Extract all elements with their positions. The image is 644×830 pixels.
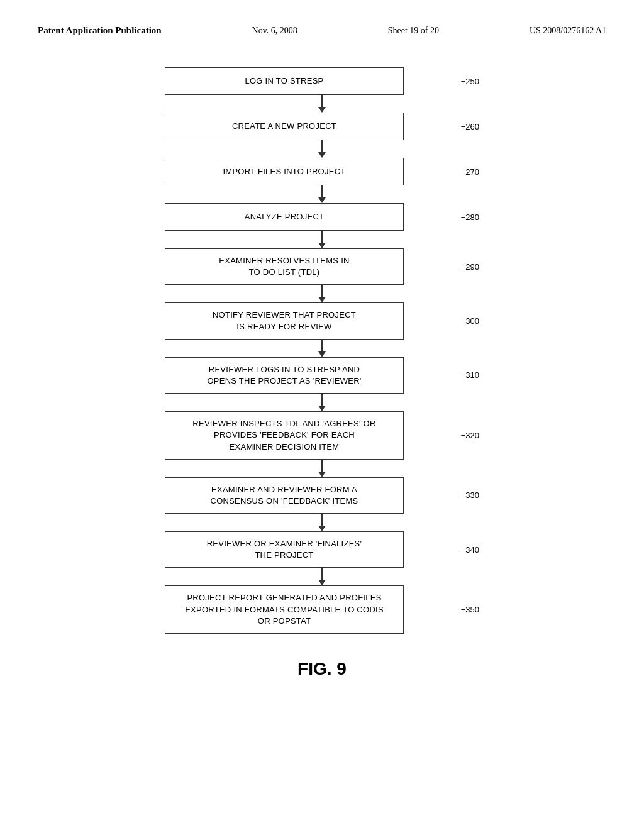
- step-label-270: −270: [461, 167, 479, 177]
- step-row-340: REVIEWER OR EXAMINER 'FINALIZES' THE PRO…: [165, 531, 479, 568]
- arrow-330: [203, 514, 441, 531]
- step-label-250: −250: [461, 77, 479, 86]
- arrow-head: [318, 526, 326, 531]
- arrow-340: [203, 568, 441, 585]
- arrow-280: [203, 231, 441, 248]
- arrow-head: [318, 351, 326, 357]
- step-label-260: −260: [461, 122, 479, 131]
- step-box-250: LOG IN TO STRESP: [165, 67, 404, 95]
- arrow-line: [321, 185, 323, 197]
- step-box-300: NOTIFY REVIEWER THAT PROJECT IS READY FO…: [165, 302, 404, 339]
- arrow-line: [321, 394, 323, 406]
- arrow-270: [203, 185, 441, 203]
- step-label-300: −300: [461, 316, 479, 326]
- arrow-head: [318, 197, 326, 203]
- arrow-line: [321, 460, 323, 472]
- arrow-250: [203, 95, 441, 113]
- step-box-290: EXAMINER RESOLVES ITEMS IN TO DO LIST (T…: [165, 248, 404, 285]
- step-row-330: EXAMINER AND REVIEWER FORM A CONSENSUS O…: [165, 477, 479, 514]
- step-box-260: CREATE A NEW PROJECT: [165, 113, 404, 140]
- step-label-350: −350: [461, 605, 479, 614]
- step-box-310: REVIEWER LOGS IN TO STRESP AND OPENS THE…: [165, 357, 404, 394]
- arrow-line: [321, 95, 323, 107]
- step-box-340: REVIEWER OR EXAMINER 'FINALIZES' THE PRO…: [165, 531, 404, 568]
- arrow-line: [321, 285, 323, 297]
- arrow-310: [203, 394, 441, 411]
- step-label-340: −340: [461, 545, 479, 555]
- figure-caption: FIG. 9: [38, 659, 606, 679]
- step-row-250: LOG IN TO STRESP−250: [165, 67, 479, 95]
- step-row-300: NOTIFY REVIEWER THAT PROJECT IS READY FO…: [165, 302, 479, 339]
- step-row-280: ANALYZE PROJECT−280: [165, 203, 479, 231]
- step-label-310: −310: [461, 370, 479, 380]
- step-label-290: −290: [461, 262, 479, 272]
- flow-diagram: LOG IN TO STRESP−250CREATE A NEW PROJECT…: [38, 67, 606, 634]
- arrow-head: [318, 580, 326, 585]
- step-row-320: REVIEWER INSPECTS TDL AND 'AGREES' OR PR…: [165, 411, 479, 460]
- step-box-330: EXAMINER AND REVIEWER FORM A CONSENSUS O…: [165, 477, 404, 514]
- arrow-line: [321, 140, 323, 152]
- step-row-310: REVIEWER LOGS IN TO STRESP AND OPENS THE…: [165, 357, 479, 394]
- flow-wrapper: LOG IN TO STRESP−250CREATE A NEW PROJECT…: [165, 67, 479, 634]
- page: Patent Application Publication Nov. 6, 2…: [0, 0, 644, 830]
- arrow-260: [203, 140, 441, 158]
- arrow-line: [321, 514, 323, 526]
- arrow-head: [318, 152, 326, 158]
- publication-title: Patent Application Publication: [38, 25, 162, 36]
- arrow-head: [318, 107, 326, 113]
- step-row-290: EXAMINER RESOLVES ITEMS IN TO DO LIST (T…: [165, 248, 479, 285]
- arrow-line: [321, 568, 323, 580]
- arrow-300: [203, 340, 441, 357]
- arrow-head: [318, 243, 326, 248]
- arrow-320: [203, 460, 441, 477]
- step-box-280: ANALYZE PROJECT: [165, 203, 404, 231]
- arrow-head: [318, 297, 326, 302]
- step-box-270: IMPORT FILES INTO PROJECT: [165, 158, 404, 185]
- step-row-260: CREATE A NEW PROJECT−260: [165, 113, 479, 140]
- arrow-line: [321, 231, 323, 243]
- arrow-head: [318, 406, 326, 411]
- step-label-280: −280: [461, 213, 479, 222]
- arrow-head: [318, 472, 326, 477]
- publication-number: US 2008/0276162 A1: [530, 26, 606, 36]
- step-row-350: PROJECT REPORT GENERATED AND PROFILES EX…: [165, 585, 479, 634]
- publication-date: Nov. 6, 2008: [252, 26, 297, 36]
- arrow-290: [203, 285, 441, 302]
- step-label-330: −330: [461, 490, 479, 500]
- page-header: Patent Application Publication Nov. 6, 2…: [38, 25, 606, 36]
- step-box-350: PROJECT REPORT GENERATED AND PROFILES EX…: [165, 585, 404, 634]
- step-row-270: IMPORT FILES INTO PROJECT−270: [165, 158, 479, 185]
- step-label-320: −320: [461, 431, 479, 440]
- step-box-320: REVIEWER INSPECTS TDL AND 'AGREES' OR PR…: [165, 411, 404, 460]
- sheet-info: Sheet 19 of 20: [388, 26, 439, 36]
- arrow-line: [321, 340, 323, 351]
